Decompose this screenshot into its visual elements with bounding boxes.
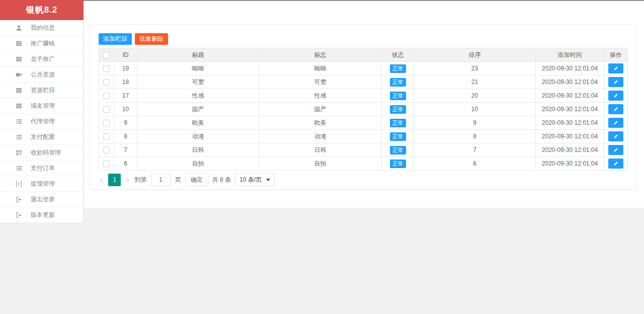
operations-cell <box>604 130 628 143</box>
per-page-label: 10 条/页 <box>239 176 262 184</box>
edit-button[interactable] <box>608 63 623 73</box>
logout-icon <box>16 212 22 218</box>
row-checkbox[interactable] <box>103 147 110 153</box>
top-bar <box>84 0 644 20</box>
sidebar-item[interactable]: 域名管理 <box>0 98 83 114</box>
status-cell: 正常 <box>382 62 414 75</box>
row-flag: 欧美 <box>259 116 382 130</box>
row-id: 10 <box>114 103 137 116</box>
sidebar-item[interactable]: 我的信息 <box>0 20 83 36</box>
row-checkbox[interactable] <box>103 120 110 126</box>
status-badge: 正常 <box>390 105 406 114</box>
operations-cell <box>604 75 628 89</box>
confirm-button[interactable]: 确定 <box>185 173 208 186</box>
checkbox-cell <box>99 62 114 75</box>
checkbox-cell <box>99 75 114 89</box>
sidebar-item-label: 推广赚钱 <box>31 39 55 48</box>
total-count-label: 共 8 条 <box>212 176 231 184</box>
withdraw-icon: ¥ <box>16 181 22 187</box>
row-added-time: 2020-09-30 12:01:04 <box>536 89 604 103</box>
status-cell: 正常 <box>382 103 414 116</box>
sidebar-item[interactable]: 退出登录 <box>0 192 83 207</box>
table-row: 17性感性感正常202020-09-30 12:01:04 <box>99 89 628 103</box>
current-page-button[interactable]: 1 <box>108 174 121 186</box>
row-id: 6 <box>114 157 137 171</box>
sidebar-item-label: 支付配置 <box>31 133 55 141</box>
checkbox-cell <box>99 103 114 116</box>
add-column-button[interactable]: 添加栏目 <box>99 33 132 45</box>
row-id: 17 <box>114 89 137 103</box>
per-page-select[interactable]: 10 条/页 <box>235 173 275 186</box>
sidebar-item[interactable]: 版本更新 <box>0 207 83 223</box>
pencil-icon <box>613 93 619 99</box>
sidebar-item-label: 收款码管理 <box>31 148 61 157</box>
sidebar-item[interactable]: 推广赚钱 <box>0 36 83 51</box>
row-checkbox[interactable] <box>103 161 110 167</box>
sidebar-item-label: 支付订单 <box>31 164 55 173</box>
next-page-button[interactable]: › <box>125 174 130 186</box>
edit-button[interactable] <box>608 91 623 101</box>
row-added-time: 2020-09-30 12:01:04 <box>536 157 604 171</box>
table-row: 9欧美欧美正常92020-09-30 12:01:04 <box>99 116 628 130</box>
sidebar-item[interactable]: 资源栏目 <box>0 83 83 98</box>
row-checkbox[interactable] <box>103 106 110 113</box>
sidebar-item-label: 资源栏目 <box>31 86 55 95</box>
table-row: 18可爱可爱正常212020-09-30 12:01:04 <box>99 75 628 89</box>
goto-page-input[interactable] <box>151 174 171 186</box>
table-row: 8动漫动漫正常82020-09-30 12:01:04 <box>99 130 628 143</box>
row-title: 可爱 <box>137 75 259 89</box>
goto-suffix-label: 页 <box>175 176 181 184</box>
sidebar-item[interactable]: 公共资源 <box>0 67 83 83</box>
sidebar-item-label: 我的信息 <box>31 24 55 32</box>
pencil-icon <box>613 120 619 126</box>
row-added-time: 2020-09-30 12:01:04 <box>536 130 604 143</box>
sidebar-item[interactable]: 支付配置 <box>0 129 83 145</box>
edit-button[interactable] <box>608 159 623 169</box>
status-badge: 正常 <box>390 160 406 168</box>
pagination: ‹ 1 › 到第 页 确定 共 8 条 10 条/页 <box>99 173 627 186</box>
row-added-time: 2020-09-30 12:01:04 <box>536 75 604 89</box>
table-icon <box>16 40 22 47</box>
svg-text:¥: ¥ <box>18 182 20 186</box>
sidebar-item[interactable]: 收款码管理 <box>0 145 83 161</box>
row-flag: 自拍 <box>259 157 382 171</box>
row-title: 欧美 <box>137 116 259 130</box>
column-header: 标题 <box>137 48 259 62</box>
column-header: 排序 <box>414 48 536 62</box>
sidebar-item-label: 提现管理 <box>31 180 55 188</box>
table-icon <box>16 56 22 62</box>
row-title: 呦呦 <box>137 62 259 75</box>
prev-page-button[interactable]: ‹ <box>99 174 104 186</box>
sidebar-item[interactable]: 盒子推广 <box>0 51 83 67</box>
row-checkbox[interactable] <box>103 79 110 86</box>
table-row: 19呦呦呦呦正常232020-09-30 12:01:04 <box>99 62 628 75</box>
edit-button[interactable] <box>608 145 623 155</box>
sidebar-item[interactable]: ¥提现管理 <box>0 176 83 192</box>
edit-button[interactable] <box>608 104 623 114</box>
list-icon <box>16 118 22 125</box>
row-title: 国产 <box>137 103 259 116</box>
app-title: 银帆8.2 <box>0 0 84 20</box>
row-checkbox[interactable] <box>103 65 110 72</box>
edit-button[interactable] <box>608 77 623 87</box>
toolbar: 添加栏目 批量删除 <box>99 33 627 45</box>
sidebar-item-label: 退出登录 <box>31 195 55 204</box>
table-row: 6自拍自拍正常62020-09-30 12:01:04 <box>99 157 628 171</box>
qrcode-icon <box>16 149 22 156</box>
edit-button[interactable] <box>608 118 623 128</box>
row-flag: 动漫 <box>259 130 382 143</box>
status-badge: 正常 <box>390 146 406 154</box>
sidebar-item[interactable]: 代理管理 <box>0 114 83 129</box>
status-badge: 正常 <box>390 78 406 87</box>
sidebar-item[interactable]: 支付订单 <box>0 161 83 176</box>
row-title: 动漫 <box>137 130 259 143</box>
pencil-icon <box>613 106 619 112</box>
batch-delete-button[interactable]: 批量删除 <box>135 33 168 45</box>
select-all-checkbox[interactable] <box>103 52 110 58</box>
checkbox-cell <box>99 143 114 157</box>
status-cell: 正常 <box>382 75 414 89</box>
pencil-icon <box>613 161 619 167</box>
edit-button[interactable] <box>608 131 623 141</box>
row-checkbox[interactable] <box>103 93 110 99</box>
row-checkbox[interactable] <box>103 133 110 140</box>
